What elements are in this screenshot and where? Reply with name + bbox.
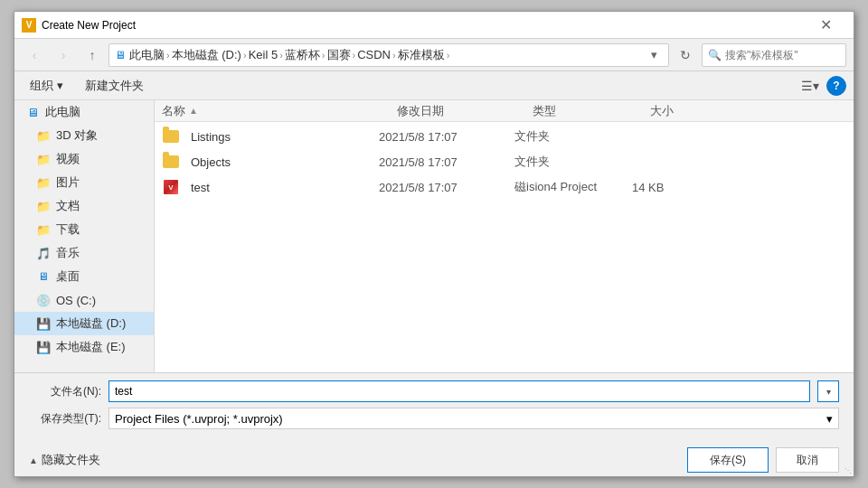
new-folder-label: 新建文件夹 bbox=[85, 78, 144, 94]
refresh-button[interactable]: ↻ bbox=[673, 44, 698, 66]
sidebar-item-downloads[interactable]: 📁 下载 bbox=[14, 218, 154, 241]
col-header-name[interactable]: 名称 ▲ bbox=[162, 103, 397, 119]
keil-project-icon: V bbox=[162, 178, 180, 196]
save-button[interactable]: 保存(S) bbox=[687, 447, 769, 473]
file-date-test: 2021/5/8 17:07 bbox=[379, 181, 514, 194]
resize-handle[interactable]: ⋱ bbox=[841, 464, 852, 474]
filename-row: 文件名(N): ▾ bbox=[29, 380, 839, 402]
breadcrumb-thispc: 此电脑 bbox=[129, 47, 165, 63]
breadcrumb-csdn: CSDN bbox=[357, 48, 391, 61]
sidebar-item-thispc[interactable]: 🖥 此电脑 bbox=[14, 100, 154, 124]
hide-folders-arrow-icon: ▲ bbox=[29, 455, 38, 465]
toolbar2: 组织 ▾ 新建文件夹 ☰▾ ? bbox=[14, 71, 854, 100]
back-button[interactable]: ‹ bbox=[22, 44, 47, 66]
action-buttons: 保存(S) 取消 bbox=[687, 447, 839, 473]
folder-video-icon: 📁 bbox=[36, 152, 51, 166]
pc-icon: 🖥 bbox=[25, 105, 40, 119]
address-dropdown-button[interactable]: ▾ bbox=[645, 44, 663, 66]
sidebar-item-label: 桌面 bbox=[56, 268, 80, 285]
file-date-objects: 2021/5/8 17:07 bbox=[379, 155, 514, 169]
sidebar-item-drive-c[interactable]: 💿 OS (C:) bbox=[14, 288, 154, 312]
sidebar-item-desktop[interactable]: 🖥 桌面 bbox=[14, 265, 154, 288]
sort-icon: ▲ bbox=[189, 106, 198, 116]
file-date-listings: 2021/5/8 17:07 bbox=[379, 130, 514, 144]
sidebar-item-label: 图片 bbox=[56, 174, 80, 191]
drive-d-icon: 💾 bbox=[36, 316, 51, 331]
filename-label: 文件名(N): bbox=[29, 384, 101, 399]
search-input[interactable] bbox=[725, 49, 840, 61]
sidebar: 🖥 此电脑 📁 3D 对象 📁 视频 📁 图片 📁 文档 📁 下载 bbox=[14, 100, 155, 372]
breadcrumb: 此电脑 › 本地磁盘 (D:) › Keil 5 › 蓝桥杯 › 国赛 › CS… bbox=[129, 47, 449, 63]
file-type-listings: 文件夹 bbox=[514, 128, 632, 145]
organize-label: 组织 ▾ bbox=[30, 78, 63, 94]
sidebar-item-label: 视频 bbox=[56, 151, 80, 167]
file-name-text: test bbox=[191, 181, 210, 194]
file-area: 名称 ▲ 修改日期 类型 大小 Listings 2021/5/8 bbox=[155, 100, 854, 372]
folder-listings-icon bbox=[162, 127, 180, 145]
up-button[interactable]: ↑ bbox=[80, 44, 105, 66]
folder-music-icon: 🎵 bbox=[36, 246, 51, 260]
sidebar-item-label: 本地磁盘 (E:) bbox=[56, 339, 126, 355]
app-icon: V bbox=[22, 18, 36, 33]
sidebar-item-drive-e[interactable]: 💾 本地磁盘 (E:) bbox=[14, 335, 154, 359]
cancel-button[interactable]: 取消 bbox=[776, 447, 839, 473]
breadcrumb-keil: Keil 5 bbox=[249, 48, 278, 61]
hide-folders-toggle[interactable]: ▲ 隐藏文件夹 bbox=[29, 452, 100, 468]
file-type-test: 磁ision4 Project bbox=[514, 179, 632, 195]
bottom-area: 文件名(N): ▾ 保存类型(T): Project Files (*.uvpr… bbox=[14, 372, 854, 442]
organize-button[interactable]: 组织 ▾ bbox=[22, 75, 71, 97]
sidebar-item-label: 此电脑 bbox=[45, 104, 80, 120]
folder-pics-icon: 📁 bbox=[36, 175, 51, 190]
sidebar-item-video[interactable]: 📁 视频 bbox=[14, 147, 154, 171]
sidebar-item-label: 音乐 bbox=[56, 245, 80, 261]
view-toggle-button[interactable]: ☰▾ bbox=[797, 75, 823, 97]
col-header-size[interactable]: 大小 bbox=[650, 103, 722, 119]
sidebar-item-label: 文档 bbox=[56, 198, 80, 214]
hide-folders-label: 隐藏文件夹 bbox=[42, 452, 100, 468]
pc-folder-icon: 🖥 bbox=[115, 49, 126, 61]
file-size-test: 14 KB bbox=[632, 181, 704, 194]
breadcrumb-lqb: 蓝桥杯 bbox=[285, 47, 320, 63]
file-name-text: Objects bbox=[191, 155, 231, 169]
sidebar-item-drive-d[interactable]: 💾 本地磁盘 (D:) bbox=[14, 312, 154, 335]
sidebar-item-docs[interactable]: 📁 文档 bbox=[14, 194, 154, 218]
file-row-objects[interactable]: Objects 2021/5/8 17:07 文件夹 bbox=[155, 149, 854, 174]
folder-3d-icon: 📁 bbox=[36, 128, 51, 143]
filetype-label: 保存类型(T): bbox=[29, 411, 101, 427]
sidebar-item-music[interactable]: 🎵 音乐 bbox=[14, 241, 154, 265]
filename-input[interactable] bbox=[108, 380, 810, 402]
filetype-dropdown-icon: ▾ bbox=[826, 412, 833, 426]
forward-button[interactable]: › bbox=[51, 44, 76, 66]
file-name-objects: Objects bbox=[162, 153, 379, 171]
window-title: Create New Project bbox=[42, 19, 136, 32]
address-bar[interactable]: 🖥 此电脑 › 本地磁盘 (D:) › Keil 5 › 蓝桥杯 › 国赛 › … bbox=[108, 43, 669, 67]
file-list: Listings 2021/5/8 17:07 文件夹 Objects 2 bbox=[155, 122, 854, 372]
drive-c-icon: 💿 bbox=[36, 293, 51, 307]
address-toolbar: ‹ › ↑ 🖥 此电脑 › 本地磁盘 (D:) › Keil 5 › 蓝桥杯 ›… bbox=[14, 39, 854, 71]
file-name-test: V test bbox=[162, 178, 379, 196]
action-row: ▲ 隐藏文件夹 保存(S) 取消 bbox=[14, 442, 854, 476]
filetype-select[interactable]: Project Files (*.uvproj; *.uvprojx) ▾ bbox=[108, 408, 839, 429]
help-button[interactable]: ? bbox=[826, 76, 846, 96]
breadcrumb-d: 本地磁盘 (D:) bbox=[172, 47, 241, 63]
folder-objects-icon bbox=[162, 153, 180, 171]
col-header-type[interactable]: 类型 bbox=[533, 103, 650, 119]
close-button[interactable]: ✕ bbox=[805, 12, 846, 39]
title-bar: V Create New Project ✕ bbox=[14, 12, 854, 39]
main-content: 🖥 此电脑 📁 3D 对象 📁 视频 📁 图片 📁 文档 📁 下载 bbox=[14, 100, 854, 372]
file-name-text: Listings bbox=[191, 130, 231, 144]
sidebar-item-label: 下载 bbox=[56, 221, 80, 238]
filename-dropdown-button[interactable]: ▾ bbox=[817, 380, 839, 402]
search-box: 🔍 bbox=[702, 43, 846, 67]
file-row-test[interactable]: V test 2021/5/8 17:07 磁ision4 Project 14… bbox=[155, 174, 854, 200]
dialog-window: V Create New Project ✕ ‹ › ↑ 🖥 此电脑 › 本地磁… bbox=[14, 11, 854, 477]
file-row-listings[interactable]: Listings 2021/5/8 17:07 文件夹 bbox=[155, 124, 854, 149]
toolbar2-right: ☰▾ ? bbox=[797, 75, 846, 97]
col-header-date[interactable]: 修改日期 bbox=[397, 103, 533, 119]
sidebar-item-pics[interactable]: 📁 图片 bbox=[14, 171, 154, 194]
sidebar-item-3d[interactable]: 📁 3D 对象 bbox=[14, 124, 154, 147]
filetype-row: 保存类型(T): Project Files (*.uvproj; *.uvpr… bbox=[29, 408, 839, 429]
folder-docs-icon: 📁 bbox=[36, 199, 51, 213]
sidebar-item-label: OS (C:) bbox=[56, 294, 96, 307]
new-folder-button[interactable]: 新建文件夹 bbox=[77, 75, 152, 97]
